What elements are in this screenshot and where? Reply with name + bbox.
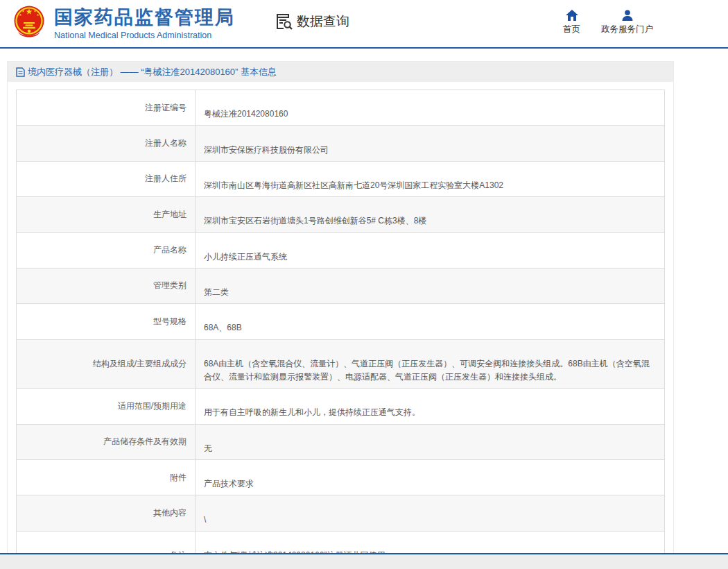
logo-link[interactable]: 国家药品监督管理局 National Medical Products Admi…	[11, 4, 235, 43]
row-label: 其他内容	[153, 508, 187, 518]
table-row: 产品储存条件及有效期 无	[17, 424, 665, 459]
row-value: 无	[204, 443, 212, 453]
row-label: 产品名称	[153, 245, 187, 255]
row-label: 结构及组成/主要组成成分	[93, 359, 187, 368]
row-label: 产品储存条件及有效期	[103, 436, 187, 446]
row-label: 注册人名称	[145, 138, 187, 148]
row-value: 用于有自主呼吸的新生儿和小儿，提供持续正压通气支持。	[204, 407, 420, 417]
row-value: \	[204, 515, 206, 525]
table-row: 注册证编号 粤械注准20142080160	[17, 90, 665, 126]
row-value: 深圳市南山区粤海街道高新区社区高新南七道20号深圳国家工程实验室大楼A1302	[204, 180, 503, 190]
row-label: 生产地址	[153, 210, 187, 219]
row-label: 注册人住所	[145, 173, 187, 183]
nav-home[interactable]: 首页	[563, 10, 580, 35]
site-header: 国家药品监督管理局 National Medical Products Admi…	[0, 0, 728, 49]
row-value: 粤械注准20142080160	[204, 109, 288, 119]
row-label: 管理类别	[153, 280, 187, 290]
info-table-body: 注册证编号 粤械注准20142080160 注册人名称 深圳市安保医疗科技股份有…	[17, 90, 665, 569]
panel-titlebar: 境内医疗器械（注册） —— “粤械注准20142080160” 基本信息	[8, 62, 673, 82]
table-row: 注册人住所 深圳市南山区粤海街道高新区社区高新南七道20号深圳国家工程实验室大楼…	[17, 161, 665, 196]
nav-gov-portal-label: 政务服务门户	[601, 24, 653, 35]
user-icon	[621, 10, 634, 21]
data-query-label: 数据查询	[297, 12, 349, 31]
table-row: 产品名称 小儿持续正压通气系统	[17, 232, 665, 268]
row-label: 附件	[170, 473, 187, 482]
row-label: 注册证编号	[145, 103, 187, 112]
header-nav: 首页 政务服务门户	[563, 10, 728, 35]
row-value: 深圳市宝安区石岩街道塘头1号路创维创新谷5# C栋3楼、8楼	[204, 216, 426, 226]
row-value: 小儿持续正压通气系统	[204, 252, 287, 262]
table-row: 其他内容 \	[17, 495, 665, 531]
data-query-section[interactable]: 数据查询	[275, 12, 349, 31]
home-icon	[566, 10, 578, 21]
row-value: 68A由主机（含空氧混合仪、流量计）、气道正压阀（正压发生器）、可调安全阀和连接…	[204, 359, 650, 382]
detail-panel: 境内医疗器械（注册） —— “粤械注准20142080160” 基本信息 注册证…	[7, 61, 674, 569]
site-subtitle: National Medical Products Administration	[54, 31, 235, 40]
document-search-icon	[275, 12, 293, 31]
table-row: 注册人名称 深圳市安保医疗科技股份有限公司	[17, 126, 665, 161]
row-label: 型号规格	[153, 316, 187, 326]
row-value: 产品技术要求	[204, 479, 254, 489]
table-row: 适用范围/预期用途 用于有自主呼吸的新生儿和小儿，提供持续正压通气支持。	[17, 389, 665, 424]
table-row: 结构及组成/主要组成成分 68A由主机（含空氧混合仪、流量计）、气道正压阀（正压…	[17, 339, 665, 389]
national-emblem-icon	[11, 4, 47, 43]
row-value: 68A、68B	[204, 323, 242, 332]
row-value: 第二类	[204, 287, 229, 297]
page-footer	[0, 553, 728, 569]
table-row: 生产地址 深圳市宝安区石岩街道塘头1号路创维创新谷5# C栋3楼、8楼	[17, 197, 665, 232]
nav-home-label: 首页	[563, 24, 580, 35]
table-row: 型号规格 68A、68B	[17, 304, 665, 339]
table-row: 附件 产品技术要求	[17, 459, 665, 495]
nav-gov-portal[interactable]: 政务服务门户	[601, 10, 653, 35]
info-table: 注册证编号 粤械注准20142080160 注册人名称 深圳市安保医疗科技股份有…	[16, 90, 665, 569]
row-label: 适用范围/预期用途	[118, 401, 187, 411]
page-doc-icon	[16, 67, 25, 77]
row-value: 深圳市安保医疗科技股份有限公司	[204, 145, 329, 155]
site-title: 国家药品监督管理局	[54, 7, 235, 28]
table-row: 管理类别 第二类	[17, 268, 665, 303]
page-title: 境内医疗器械（注册） —— “粤械注准20142080160” 基本信息	[28, 66, 277, 78]
